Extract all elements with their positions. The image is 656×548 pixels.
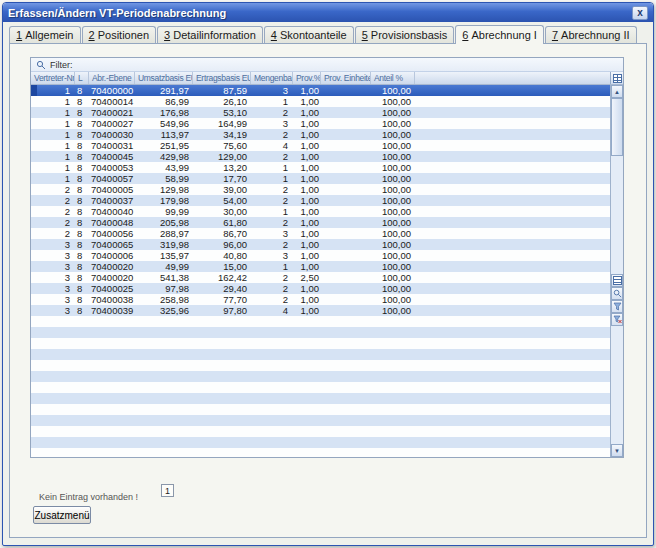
cell: 1 [31,162,75,173]
column-chooser-icon[interactable] [610,72,623,84]
table-row[interactable]: 1870400021176,9853,1021,00100,00 [31,107,610,118]
tab-abrechnung-1[interactable]: 6 Abrechnung I [455,25,544,44]
zusatzmenu-button[interactable]: Zusatzmenü [33,506,91,524]
table-row[interactable]: 3870400006135,9740,8031,00100,00 [31,250,610,261]
column-header[interactable]: Anteil % [371,72,415,84]
filter-clear-icon[interactable] [611,313,623,326]
cell: 8 [75,250,89,261]
table-row[interactable]: 3870400065319,9896,0021,00100,00 [31,239,610,250]
table-row[interactable]: 387040002049,9915,0011,00100,00 [31,261,610,272]
cell: 70400048 [89,217,135,228]
cell: 39,00 [193,184,251,195]
cell: 8 [75,272,89,283]
cell: 8 [75,239,89,250]
cell: 8 [75,151,89,162]
cell: 53,10 [193,107,251,118]
cell: 100,00 [371,184,415,195]
cell: 100,00 [371,206,415,217]
tab-abrechnung-2[interactable]: 7 Abrechnung II [545,26,637,43]
cell: 3 [251,118,293,129]
tab-allgemein[interactable]: 1 Allgemein [9,26,81,43]
cell [321,140,371,151]
cell: 70400025 [89,283,135,294]
column-header[interactable]: Prov.% [293,72,321,84]
table-row[interactable]: 187040005343,9913,2011,00100,00 [31,162,610,173]
cell: 429,98 [135,151,193,162]
cell: 100,00 [371,239,415,250]
table-row[interactable]: 2870400048205,9861,8021,00100,00 [31,217,610,228]
tab-page-abrechnung-1: Filter: Vertreter-Nr.LAbr.-EbeneUmsatzba… [9,43,647,538]
table-row[interactable]: 3870400020541,38162,4222,50100,00 [31,272,610,283]
table-row[interactable]: 1870400027549,96164,9931,00100,00 [31,118,610,129]
empty-row [31,371,610,382]
table-row[interactable]: 2870400037179,9854,0021,00100,00 [31,195,610,206]
cell: 3 [31,294,75,305]
filter-bar[interactable]: Filter: [31,58,623,72]
table-row[interactable]: 187040005758,9917,7011,00100,00 [31,173,610,184]
cell: 162,42 [193,272,251,283]
cell: 3 [251,250,293,261]
scroll-down-icon[interactable]: ▼ [611,444,623,457]
scroll-up-icon[interactable]: ▲ [611,85,623,98]
table-row[interactable]: 3870400038258,9877,7021,00100,00 [31,294,610,305]
cell: 2 [251,184,293,195]
cell: 1,00 [293,195,321,206]
cell: 54,00 [193,195,251,206]
cell: 8 [75,140,89,151]
cell: 1,00 [293,162,321,173]
column-header[interactable]: Mengenbasis [251,72,293,84]
scrollbar-thumb[interactable] [611,98,623,156]
cell [321,272,371,283]
cell: 2 [31,206,75,217]
vertical-scrollbar[interactable]: ▲ ▼ [610,85,623,457]
table-row[interactable]: 2870400005129,9839,0021,00100,00 [31,184,610,195]
tab-skontoanteile[interactable]: 4 Skontoanteile [264,26,354,43]
column-header[interactable]: L [75,72,89,84]
cell: 1,00 [293,85,321,96]
tab-key: 1 [16,29,22,41]
tab-positionen[interactable]: 2 Positionen [82,26,157,43]
search-icon[interactable] [611,287,623,300]
cell: 13,20 [193,162,251,173]
column-header[interactable]: Umsatzbasis EUR [135,72,193,84]
column-header[interactable]: Ertragsbasis EUR [193,72,251,84]
tab-detailinformation[interactable]: 3 Detailinformation [157,26,263,43]
scrollbar-track[interactable] [611,156,623,274]
cell: 8 [75,184,89,195]
cell: 70400014 [89,96,135,107]
titlebar[interactable]: Erfassen/Ändern VT-Periodenabrechnung x [3,3,653,22]
cell: 100,00 [371,107,415,118]
data-grid: Filter: Vertreter-Nr.LAbr.-EbeneUmsatzba… [30,57,624,458]
cell: 1,00 [293,217,321,228]
cell: 70400045 [89,151,135,162]
cell: 70400057 [89,173,135,184]
cell: 40,80 [193,250,251,261]
table-row[interactable]: 1870400000291,9787,5931,00100,00 [31,85,610,96]
scrollbar-track[interactable] [611,326,623,444]
table-row[interactable]: 1870400045429,98129,0021,00100,00 [31,151,610,162]
cell: 179,98 [135,195,193,206]
table-row[interactable]: 2870400056288,9786,7031,00100,00 [31,228,610,239]
column-header[interactable]: Prov. Einheiten [321,72,371,84]
filter-icon[interactable] [611,300,623,313]
tab-provisionsbasis[interactable]: 5 Provisionsbasis [355,26,455,43]
close-icon[interactable]: x [632,6,648,20]
table-row[interactable]: 287040004099,9930,0011,00100,00 [31,206,610,217]
table-row[interactable]: 387040002597,9829,4021,00100,00 [31,283,610,294]
table-row[interactable]: 1870400030113,9734,1921,00100,00 [31,129,610,140]
table-row[interactable]: 3870400039325,9697,8041,00100,00 [31,305,610,316]
cell: 70400031 [89,140,135,151]
cell: 3 [31,239,75,250]
tab-label: Detailinformation [173,29,256,41]
cell: 87,59 [193,85,251,96]
cell: 135,97 [135,250,193,261]
table-row[interactable]: 187040001486,9926,1011,00100,00 [31,96,610,107]
table-row[interactable]: 1870400031251,9575,6041,00100,00 [31,140,610,151]
cell: 1 [251,96,293,107]
tab-label: Abrechnung I [471,29,536,41]
column-header[interactable]: Abr.-Ebene [89,72,135,84]
grid-settings-icon[interactable] [611,274,623,287]
column-header[interactable]: Vertreter-Nr. [31,72,75,84]
cell: 8 [75,261,89,272]
empty-row [31,448,610,457]
